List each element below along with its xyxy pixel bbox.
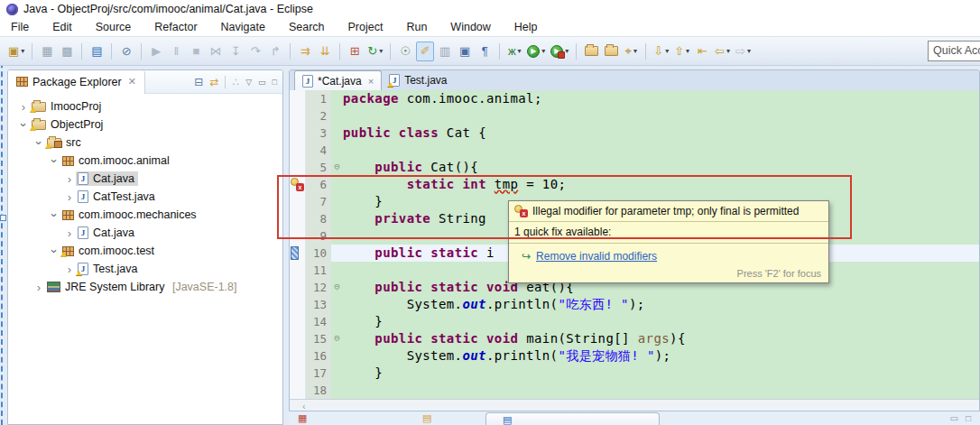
focus-on-task-icon[interactable]: ∴ [232, 77, 239, 88]
tree-item-test-java[interactable]: ›Test.java [8, 260, 282, 278]
menu-window[interactable]: Window [450, 21, 490, 33]
expander-icon[interactable]: › [63, 226, 76, 240]
show-selected-element-icon[interactable]: ▣ [456, 42, 474, 61]
menu-edit[interactable]: Edit [52, 21, 72, 33]
collapse-edits-icon[interactable]: ⇊ [316, 42, 334, 61]
tree-item-cat-java[interactable]: ›Cat.java [8, 224, 282, 242]
run-icon[interactable]: ▶▾ [525, 42, 547, 61]
save-all-icon[interactable]: ▩ [58, 42, 76, 61]
line-number: 10 [306, 245, 331, 262]
minimize-icon[interactable]: ▭ [258, 79, 266, 87]
resume-icon[interactable]: ▶ [147, 42, 165, 61]
skip-all-breakpoints-icon[interactable]: ⊘ [117, 42, 135, 61]
line-number: 16 [306, 347, 331, 365]
menu-refactor[interactable]: Refactor [154, 21, 197, 33]
refresh-icon[interactable]: ↻▾ [365, 42, 384, 61]
mark-occurrences-icon[interactable]: ✐ [416, 42, 434, 61]
java-file-icon [389, 74, 400, 87]
menu-project[interactable]: Project [348, 21, 384, 33]
tree-item-objectproj[interactable]: ›ObjectProj [8, 115, 282, 134]
last-edit-location-icon[interactable]: ⇤ [693, 42, 711, 61]
tree-item-com-imooc-mechanices[interactable]: ›com.imooc.mechanices [8, 206, 282, 224]
tree-item-com-imooc-animal[interactable]: ›com.imooc.animal [8, 152, 282, 170]
expander-icon[interactable]: › [48, 245, 61, 257]
suspend-icon[interactable]: ‖ [167, 42, 185, 61]
quick-access-input[interactable]: Quick Access [928, 41, 980, 61]
step-over-icon[interactable]: ↷ [246, 42, 264, 61]
expander-icon[interactable]: › [32, 136, 46, 149]
tree-item-jre-system-library[interactable]: ›JRE System Library [JavaSE-1.8] [8, 278, 282, 296]
step-into-icon[interactable]: ↧ [227, 42, 245, 61]
save-icon[interactable]: ▦ [38, 42, 56, 61]
annotation-ruler [290, 210, 306, 227]
code-line-3: 3public class Cat { [290, 125, 980, 142]
open-type-icon[interactable]: ☉ [396, 42, 414, 61]
expander-icon[interactable]: › [17, 100, 30, 114]
coverage-icon[interactable]: ▶▾ [549, 42, 570, 61]
previous-annotation-icon[interactable]: ⇧▾ [672, 42, 691, 61]
terminate-icon[interactable]: ■ [187, 42, 205, 61]
remove-invalid-modifiers-link[interactable]: Remove invalid modifiers [536, 250, 657, 263]
new-wizard-icon[interactable]: ▣▾ [6, 42, 26, 61]
expander-icon[interactable]: › [48, 154, 61, 167]
fold-collapse-icon[interactable]: ⊖ [331, 279, 343, 296]
open-console-icon[interactable]: ▤ [88, 42, 106, 61]
close-icon[interactable]: × [368, 76, 374, 87]
menu-file[interactable]: File [11, 21, 29, 33]
console-view-tab[interactable]: ▤ [485, 412, 660, 425]
fold-collapse-icon[interactable]: ⊖ [331, 159, 343, 176]
tree-item-cat-java[interactable]: ›Cat.java [8, 170, 282, 188]
maximize-icon[interactable]: □ [273, 79, 277, 87]
bottom-minimize-icon[interactable]: ▭ [950, 413, 958, 423]
editor-tab-test-java[interactable]: Test.java [382, 70, 454, 90]
back-icon[interactable]: ⇦▾ [713, 42, 732, 61]
open-resource-folder-icon[interactable] [582, 42, 600, 61]
fold-collapse-icon[interactable]: ⊖ [331, 330, 343, 347]
editor-tab-cat-java[interactable]: *Cat.java× [294, 70, 382, 90]
view-menu-icon[interactable]: ▽ [245, 79, 252, 87]
expander-icon[interactable]: › [63, 172, 76, 186]
breadcrumb-icon[interactable]: ▥ [436, 42, 454, 61]
package-explorer-tab[interactable]: Package Explorer ✕ [8, 70, 145, 94]
show-whitespace-icon[interactable]: ¶ [476, 42, 494, 61]
expander-icon[interactable]: › [63, 190, 76, 204]
tree-item-imoocproj[interactable]: ›ImoocProj [8, 97, 282, 115]
menu-search[interactable]: Search [289, 21, 325, 33]
collapse-all-icon[interactable]: ⊟ [194, 77, 203, 88]
line-number: 13 [306, 296, 331, 313]
jfile-icon [78, 190, 88, 203]
step-return-icon[interactable]: ↱ [266, 42, 284, 61]
tree-item-com-imooc-test[interactable]: ›com.imooc.test [8, 242, 282, 260]
debug-icon[interactable]: ж▾ [505, 42, 523, 61]
menu-source[interactable]: Source [96, 21, 132, 33]
search-icon[interactable]: ⌖▾ [622, 42, 640, 61]
problems-view-tab-icon[interactable]: ▦ [298, 413, 307, 423]
link-with-editor-icon[interactable]: ⇄ [209, 77, 218, 88]
tree-item-src[interactable]: ›src [8, 134, 282, 152]
horizontal-scrollbar[interactable]: ‹ [290, 399, 980, 411]
quick-fix-arrow-icon: ↪ [522, 250, 531, 263]
error-marker-icon[interactable]: x [291, 178, 304, 191]
package-icon [62, 210, 74, 220]
expander-icon[interactable]: › [63, 263, 76, 276]
close-icon[interactable]: ✕ [128, 76, 136, 88]
menu-help[interactable]: Help [514, 21, 538, 33]
next-annotation-icon[interactable]: ⇩▾ [652, 42, 670, 61]
expander-icon[interactable]: › [32, 281, 45, 294]
menu-navigate[interactable]: Navigate [221, 21, 265, 33]
bottom-maximize-icon[interactable]: □ [966, 413, 971, 423]
open-project-folder-icon[interactable] [602, 42, 620, 61]
toolbar-separator [499, 43, 500, 60]
expander-icon[interactable]: › [17, 118, 31, 131]
next-edit-location-icon[interactable]: ⇉ [296, 42, 314, 61]
disconnect-icon[interactable]: ⋈ [207, 42, 225, 61]
forward-icon[interactable]: ⇨▾ [734, 42, 753, 61]
expander-icon[interactable]: › [48, 208, 61, 221]
tree-item-cattest-java[interactable]: ›CatTest.java [8, 188, 282, 206]
annotation-ruler [290, 227, 306, 245]
menu-run[interactable]: Run [406, 21, 427, 33]
library-icon [47, 282, 60, 292]
sash-handle[interactable] [0, 215, 6, 221]
tasks-view-tab-icon[interactable]: ▤ [422, 413, 431, 423]
new-java-project-icon[interactable]: ⊞ [346, 42, 364, 61]
